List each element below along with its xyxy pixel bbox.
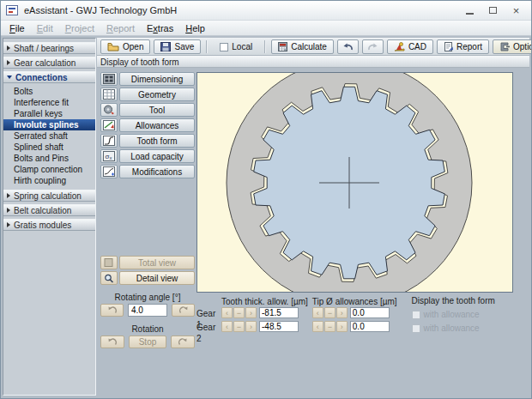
- sidebar-section-belt-calculation[interactable]: Belt calculation: [3, 204, 95, 216]
- spline-drawing: [197, 73, 512, 292]
- tip-allowance-group: Tip Ø allowances [µm] ‹ − › ‹ − ›: [312, 296, 397, 335]
- allowances-button[interactable]: Allowances: [119, 118, 195, 132]
- menubar: File Edit Project Report Extras Help: [1, 21, 531, 36]
- g2-tip-max-button[interactable]: ›: [336, 321, 348, 332]
- tooth-thickness-header: Tooth thick. allow. [µm]: [221, 296, 308, 307]
- g2-thickness-input[interactable]: [259, 321, 299, 332]
- rotate-cw-icon: [178, 338, 188, 347]
- g1-thickness-min-button[interactable]: ‹: [221, 307, 233, 318]
- tooth-form-button[interactable]: Tooth form: [119, 134, 195, 148]
- detail-view-button[interactable]: Detail view: [119, 271, 195, 285]
- sidebar-item-interference-fit[interactable]: Interference fit: [3, 97, 95, 108]
- allowance-controls: Gear 1 Gear 2 Tooth thick. allow. [µm] ‹…: [196, 296, 529, 336]
- tooth-form-canvas: [196, 72, 513, 293]
- local-checkbox-group[interactable]: Local: [213, 39, 259, 54]
- detail-view-icon-button[interactable]: [100, 271, 118, 285]
- with-allowance-label-1: with allowance: [424, 310, 480, 319]
- report-document-icon: [444, 42, 453, 51]
- close-button[interactable]: ×: [505, 3, 528, 18]
- sidebar-item-clamp-connection[interactable]: Clamp connection: [3, 164, 95, 175]
- g1-thickness-input[interactable]: [259, 307, 299, 318]
- app-window: eAssistant - GWJ Technology GmbH × File …: [0, 0, 532, 399]
- geometry-grid-icon: [103, 89, 115, 100]
- modifications-icon: [103, 166, 115, 177]
- undo-button[interactable]: [337, 39, 359, 54]
- g1-thickness-max-button[interactable]: ›: [245, 307, 257, 318]
- menu-help[interactable]: Help: [179, 22, 211, 34]
- rotating-angle-input[interactable]: [128, 304, 167, 317]
- sidebar-item-parallel-keys[interactable]: Parallel keys: [3, 108, 95, 119]
- maximize-button[interactable]: [481, 3, 505, 18]
- eassistant-logo-icon: [6, 5, 18, 15]
- dimensioning-icon-button[interactable]: [100, 72, 118, 86]
- g2-tip-min-button[interactable]: ‹: [312, 321, 323, 332]
- rotation-stop-button: Stop: [129, 336, 166, 348]
- allowances-icon-button[interactable]: [100, 118, 118, 132]
- g1-thickness-mid-button[interactable]: −: [233, 307, 245, 318]
- load-capacity-icon-button[interactable]: σx: [100, 149, 118, 163]
- rotation-cw-button[interactable]: [171, 336, 195, 348]
- rotate-ccw-icon: [107, 338, 118, 347]
- tool-hob-icon: [103, 105, 115, 115]
- rotate-cw-icon: [178, 306, 189, 315]
- g1-tip-mid-button[interactable]: −: [324, 307, 336, 318]
- sidebar-section-gratis-modules[interactable]: Gratis modules: [3, 219, 95, 231]
- g2-tip-mid-button[interactable]: −: [324, 321, 336, 332]
- g1-tip-min-button[interactable]: ‹: [312, 307, 323, 318]
- report-button[interactable]: Report: [437, 39, 489, 54]
- g2-thickness-max-button[interactable]: ›: [245, 321, 257, 332]
- modifications-icon-button[interactable]: [100, 165, 118, 178]
- g2-thickness-mid-button[interactable]: −: [233, 321, 245, 332]
- with-allowance-checkbox-2: [412, 324, 420, 333]
- save-button[interactable]: Save: [154, 39, 201, 54]
- sidebar-section-gear-calculation[interactable]: Gear calculation: [3, 57, 95, 69]
- sidebar-section-connections[interactable]: Connections: [3, 71, 95, 83]
- dimensioning-button[interactable]: Dimensioning: [119, 72, 195, 86]
- load-capacity-icon: σx: [103, 151, 115, 161]
- g2-tip-input[interactable]: [350, 321, 390, 332]
- minimize-button[interactable]: [458, 3, 481, 18]
- g1-tip-input[interactable]: [350, 307, 390, 318]
- calculate-button[interactable]: Calculate: [271, 39, 334, 54]
- sidebar-item-serrated-shaft[interactable]: Serrated shaft: [3, 130, 95, 142]
- tool-column: Dimensioning Geometry Tool Allowances: [97, 68, 196, 396]
- sidebar-section-spring-calculation[interactable]: Spring calculation: [3, 190, 95, 202]
- sidebar-section-shaft-bearings[interactable]: Shaft / bearings: [3, 42, 95, 54]
- rotate-angle-cw-button[interactable]: [172, 304, 195, 317]
- minimize-icon: [466, 13, 474, 15]
- g1-tip-max-button[interactable]: ›: [336, 307, 348, 318]
- display-tooth-form-label: Display the tooth form: [412, 296, 495, 305]
- module-sidebar: Shaft / bearings Gear calculation Connec…: [3, 38, 96, 396]
- undo-arrow-icon: [342, 43, 354, 51]
- sidebar-item-bolts[interactable]: Bolts: [3, 86, 95, 97]
- rotation-ccw-button[interactable]: [100, 336, 124, 348]
- g2-thickness-min-button[interactable]: ‹: [221, 321, 233, 332]
- sidebar-item-bolts-and-pins[interactable]: Bolts and Pins: [3, 153, 95, 164]
- tip-allowance-header: Tip Ø allowances [µm]: [312, 296, 397, 307]
- sidebar-item-splined-shaft[interactable]: Splined shaft: [3, 142, 95, 153]
- rotate-angle-ccw-button[interactable]: [100, 304, 124, 317]
- tool-button[interactable]: Tool: [119, 103, 195, 117]
- tool-icon-button[interactable]: [100, 103, 118, 117]
- geometry-button[interactable]: Geometry: [119, 88, 195, 101]
- cad-button[interactable]: CAD: [387, 39, 433, 54]
- geometry-icon-button[interactable]: [100, 88, 118, 101]
- open-button[interactable]: Open: [100, 39, 150, 54]
- load-capacity-button[interactable]: Load capacity: [119, 149, 195, 163]
- local-checkbox[interactable]: [220, 43, 228, 51]
- main-area: Open Save Local Calculate: [97, 38, 529, 396]
- sidebar-item-involute-splines[interactable]: Involute splines: [3, 119, 95, 130]
- tooth-form-icon-button[interactable]: [100, 134, 118, 148]
- options-button[interactable]: Options: [493, 39, 532, 54]
- content: Dimensioning Geometry Tool Allowances: [97, 68, 529, 396]
- close-icon: ×: [513, 5, 520, 16]
- collapsed-arrow-icon: [7, 193, 10, 198]
- collapsed-arrow-icon: [7, 208, 10, 213]
- modifications-button[interactable]: Modifications: [119, 165, 195, 178]
- redo-button: [362, 39, 384, 54]
- view-caption: Display of tooth form: [97, 56, 529, 68]
- menu-extras[interactable]: Extras: [141, 22, 179, 34]
- sidebar-item-hirth-coupling[interactable]: Hirth coupling: [3, 175, 95, 186]
- collapsed-arrow-icon: [7, 45, 10, 51]
- menu-file[interactable]: File: [3, 22, 31, 34]
